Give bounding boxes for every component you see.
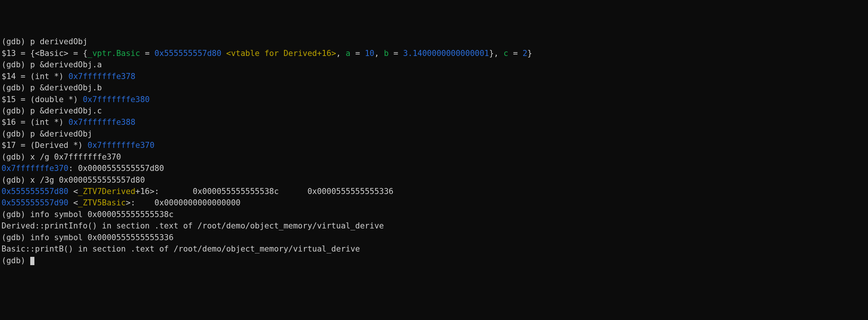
output-text: $15 = (double *)	[2, 95, 83, 104]
gdb-prompt: (gdb)	[2, 233, 30, 242]
gdb-command: p &derivedObj.a	[30, 60, 102, 69]
member-name: b	[384, 49, 389, 58]
output-text: >: 0x0000000000000000	[126, 198, 240, 207]
output-text: $14 = (int *)	[2, 72, 68, 81]
output-text: $16 = (int *)	[2, 118, 68, 127]
output-text: ,	[336, 49, 346, 58]
output-text: =	[140, 49, 155, 58]
gdb-command: x /g 0x7fffffffe370	[30, 152, 121, 162]
output-text: $13 = {<Basic> = {	[2, 49, 88, 58]
gdb-prompt: (gdb)	[2, 106, 30, 115]
gdb-prompt: (gdb)	[2, 210, 30, 219]
output-text: <	[68, 198, 78, 207]
hex-address: 0x7fffffffe380	[83, 95, 150, 104]
symbol-name: _ZTV7Derived	[78, 187, 135, 196]
symbol-note: <vtable for Derived+16>	[222, 49, 336, 58]
gdb-prompt: (gdb)	[2, 256, 30, 265]
output-text: ,	[374, 49, 384, 58]
output-text: =	[350, 49, 365, 58]
hex-address: 0x7fffffffe378	[68, 72, 135, 81]
value: 2	[522, 49, 527, 58]
output-text: <	[68, 187, 78, 196]
output-text: =	[389, 49, 403, 58]
output-text: $17 = (Derived *)	[2, 141, 88, 150]
output-text: +16>: 0x000055555555538c 0x0000555555555…	[135, 187, 394, 196]
gdb-prompt: (gdb)	[2, 152, 30, 162]
member-name: _vptr.Basic	[88, 49, 140, 58]
gdb-command: info symbol 0x000055555555538c	[30, 210, 174, 219]
member-name: c	[504, 49, 508, 58]
hex-address: 0x7fffffffe370	[2, 164, 68, 173]
output-text: },	[489, 49, 504, 58]
symbol-name: _ZTV5Basic	[78, 198, 126, 207]
output-text: : 0x0000555555557d80	[68, 164, 164, 173]
output-text: }	[527, 49, 532, 58]
value: 10	[365, 49, 374, 58]
hex-address: 0x7fffffffe388	[68, 118, 135, 127]
cursor-icon	[30, 257, 34, 265]
gdb-command: p derivedObj	[30, 37, 88, 46]
member-name: a	[346, 49, 350, 58]
value: 3.1400000000000001	[403, 49, 489, 58]
output-text: =	[508, 49, 522, 58]
gdb-prompt: (gdb)	[2, 37, 30, 46]
gdb-prompt: (gdb)	[2, 83, 30, 92]
gdb-command: x /3g 0x0000555555557d80	[30, 176, 145, 185]
gdb-command: p &derivedObj.c	[30, 106, 102, 115]
gdb-command: p &derivedObj.b	[30, 83, 102, 92]
gdb-command: info symbol 0x0000555555555336	[30, 233, 174, 242]
hex-address: 0x555555557d90	[2, 198, 68, 207]
gdb-prompt: (gdb)	[2, 129, 30, 138]
output-text: Derived::printInfo() in section .text of…	[2, 221, 384, 230]
gdb-prompt: (gdb)	[2, 60, 30, 69]
hex-address: 0x555555557d80	[2, 187, 68, 196]
gdb-prompt: (gdb)	[2, 176, 30, 185]
gdb-command: p &derivedObj	[30, 129, 92, 138]
terminal-output[interactable]: (gdb) p derivedObj $13 = {<Basic> = {_vp…	[2, 36, 866, 266]
hex-address: 0x555555557d80	[155, 49, 222, 58]
hex-address: 0x7fffffffe370	[88, 141, 155, 150]
output-text: Basic::printB() in section .text of /roo…	[2, 244, 360, 253]
